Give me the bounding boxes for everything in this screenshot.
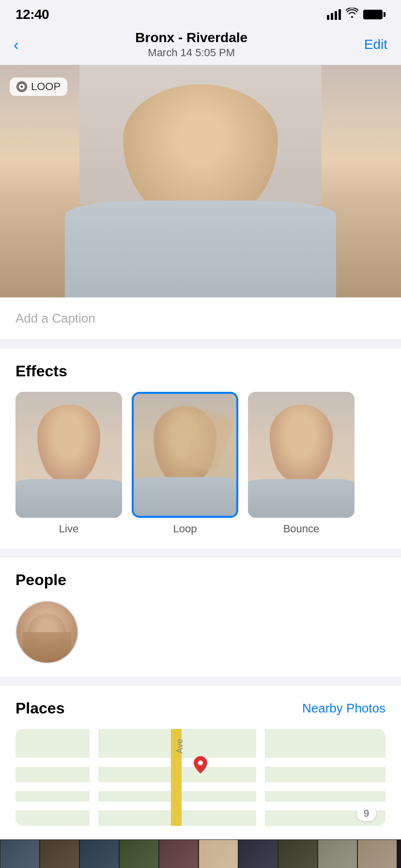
loop-icon xyxy=(16,81,27,92)
person-item[interactable] xyxy=(15,601,78,664)
thumb-strip-item[interactable] xyxy=(159,839,199,868)
effect-loop[interactable]: Loop xyxy=(132,392,238,535)
back-button[interactable]: ‹ xyxy=(14,36,19,54)
nav-header: ‹ Bronx - Riverdale March 14 5:05 PM Edi… xyxy=(0,26,401,65)
status-bar: 12:40 xyxy=(0,0,401,26)
nearby-photos-button[interactable]: Nearby Photos xyxy=(302,701,386,716)
wifi-icon xyxy=(346,8,358,21)
effect-bounce-label: Bounce xyxy=(283,523,320,535)
thumb-strip-item[interactable] xyxy=(199,839,238,868)
effect-loop-label: Loop xyxy=(173,523,197,535)
people-row xyxy=(15,601,386,664)
edit-button[interactable]: Edit xyxy=(364,37,387,52)
thumb-strip-item[interactable] xyxy=(79,839,119,868)
battery-icon xyxy=(363,10,386,19)
thumbnail-strip[interactable] xyxy=(0,839,401,868)
effects-row: Live Loop Bounce xyxy=(15,392,386,535)
effect-bounce-thumb[interactable] xyxy=(248,392,355,518)
nav-subtitle: March 14 5:05 PM xyxy=(135,46,247,59)
nav-title-block: Bronx - Riverdale March 14 5:05 PM xyxy=(135,30,247,59)
thumb-strip-item[interactable] xyxy=(357,839,397,868)
thumb-strip-item[interactable] xyxy=(119,839,159,868)
places-section: Places Nearby Photos Ave 9 xyxy=(0,686,401,839)
status-icons xyxy=(327,8,386,21)
effect-live-label: Live xyxy=(59,523,78,535)
caption-area[interactable]: Add a Caption xyxy=(0,297,401,340)
thumb-strip-item[interactable] xyxy=(318,839,357,868)
map-road-v2 xyxy=(256,729,265,826)
status-time: 12:40 xyxy=(15,7,49,22)
map-pin-icon xyxy=(194,756,207,777)
people-header: People xyxy=(15,571,386,589)
thumb-strip-item[interactable] xyxy=(40,839,79,868)
people-section: People xyxy=(0,558,401,677)
map-road-h3 xyxy=(15,802,386,810)
places-title: Places xyxy=(15,699,64,717)
people-title: People xyxy=(15,571,66,589)
effect-live-thumb[interactable] xyxy=(15,392,122,518)
person-avatar[interactable] xyxy=(15,601,78,664)
thumb-strip-item[interactable] xyxy=(278,839,318,868)
svg-point-1 xyxy=(21,86,23,88)
svg-point-2 xyxy=(198,760,203,765)
effects-header: Effects xyxy=(15,362,386,380)
effects-section: Effects Live Loop xyxy=(0,349,401,549)
effect-bounce[interactable]: Bounce xyxy=(248,392,355,535)
road-label: Ave xyxy=(175,739,185,754)
thumb-strip-item[interactable] xyxy=(238,839,278,868)
thumb-strip-item[interactable] xyxy=(0,839,40,868)
caption-placeholder[interactable]: Add a Caption xyxy=(15,311,95,326)
places-header: Places Nearby Photos xyxy=(15,699,386,717)
effect-loop-thumb[interactable] xyxy=(132,392,238,518)
map-count-badge: 9 xyxy=(357,806,376,821)
map-area[interactable]: Ave 9 xyxy=(15,729,386,826)
map-road-v1 xyxy=(90,729,98,826)
main-photo: LOOP xyxy=(0,65,401,297)
effects-title: Effects xyxy=(15,362,67,380)
nav-title: Bronx - Riverdale xyxy=(135,30,247,46)
signal-bars-icon xyxy=(327,9,341,20)
loop-badge: LOOP xyxy=(10,78,67,96)
map-road-h2 xyxy=(15,782,386,791)
effect-live[interactable]: Live xyxy=(15,392,122,535)
loop-badge-label: LOOP xyxy=(31,80,61,93)
